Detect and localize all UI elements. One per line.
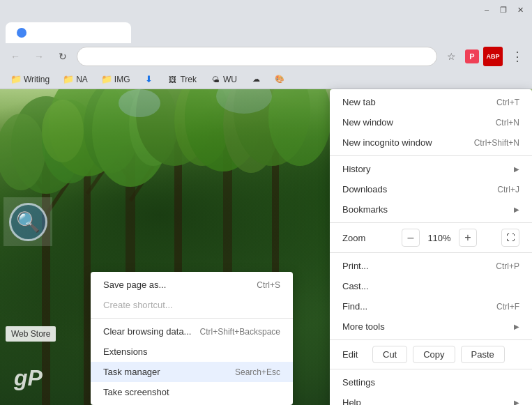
menu-new-tab-label: New tab [342,97,376,107]
active-tab[interactable] [6,22,131,43]
copy-button[interactable]: Copy [413,346,455,363]
menu-print[interactable]: Print... Ctrl+P [330,256,532,276]
svg-rect-0 [42,159,50,405]
left-separator-1 [91,318,293,319]
menu-bookmarks[interactable]: Bookmarks ▶ [330,199,532,220]
menu-save-page-label: Save page as... [103,280,166,290]
bookmark-writing-label: Writing [24,75,50,84]
menu-downloads-label: Downloads [342,184,387,194]
menu-cast-label: Cast... [342,281,369,291]
menu-new-window[interactable]: New window Ctrl+N [330,112,532,132]
menu-take-screenshot[interactable]: Take screenshot [91,382,293,402]
bookmark-wu-label: WU [223,75,237,84]
menu-task-manager[interactable]: Task manager Search+Esc [91,362,293,382]
menu-incognito[interactable]: New incognito window Ctrl+Shift+N [330,132,532,153]
title-bar: – ❐ ✕ [0,0,532,20]
toolbar-icons: ☆ P ABP ⋮ [441,47,526,66]
menu-find[interactable]: Find... Ctrl+F [330,296,532,316]
zoom-row: Zoom – 110% + ⛶ [330,226,532,250]
browser-chrome: – ❐ ✕ ← → ↻ ☆ P ABP ⋮ 📁 Writing 📁 [0,0,532,89]
zoom-controls: – 110% + [402,229,477,247]
menu-create-shortcut: Create shortcut... [91,295,293,315]
right-separator-4 [330,339,532,340]
menu-find-label: Find... [342,301,367,312]
menu-new-tab-shortcut: Ctrl+T [496,98,519,107]
folder-icon: 📁 [102,75,112,84]
menu-button[interactable]: ⋮ [507,47,526,66]
help-arrow-icon: ▶ [514,399,519,405]
web-store-label: Web Store [6,326,56,342]
paste-button[interactable]: Paste [461,346,505,363]
menu-downloads-shortcut: Ctrl+J [497,185,519,194]
menu-new-tab[interactable]: New tab Ctrl+T [330,92,532,112]
edit-label: Edit [342,349,367,360]
menu-save-page-shortcut: Ctrl+S [257,280,280,290]
menu-print-label: Print... [342,261,369,271]
menu-clear-browsing[interactable]: Clear browsing data... Ctrl+Shift+Backsp… [91,321,293,342]
pocket-button[interactable]: P [465,49,479,63]
zoom-in-button[interactable]: + [459,229,477,247]
url-input[interactable] [86,52,428,62]
address-bar[interactable] [77,47,437,66]
menu-help-label: Help [342,397,361,405]
zoom-out-button[interactable]: – [402,229,420,247]
menu-save-page[interactable]: Save page as... Ctrl+S [91,275,293,295]
search-overlay: 🔍 [3,197,52,246]
search-icon: 🔍 [16,211,40,234]
history-arrow-icon: ▶ [514,165,519,173]
menu-task-manager-label: Task manager [103,367,160,377]
bookmark-wu[interactable]: 🌤 WU [205,72,243,86]
bookmark-na[interactable]: 📁 NA [58,72,93,86]
minimize-button[interactable]: – [479,2,494,17]
menu-extensions-label: Extensions [103,346,148,357]
star-button[interactable]: ☆ [441,47,461,66]
menu-downloads[interactable]: Downloads Ctrl+J [330,179,532,199]
menu-history[interactable]: History ▶ [330,159,532,179]
bookmark-color[interactable]: 🎨 [269,72,290,86]
menu-history-label: History [342,164,370,174]
menu-clear-browsing-shortcut: Ctrl+Shift+Backspace [200,327,280,337]
menu-settings[interactable]: Settings [330,372,532,392]
menu-cast[interactable]: Cast... [330,276,532,296]
menu-task-manager-shortcut: Search+Esc [235,367,280,377]
menu-extensions[interactable]: Extensions [91,342,293,362]
restore-button[interactable]: ❐ [496,2,511,17]
chrome-main-menu: New tab Ctrl+T New window Ctrl+N New inc… [330,89,532,405]
bookmark-writing[interactable]: 📁 Writing [6,72,55,86]
menu-incognito-label: New incognito window [342,137,432,148]
cut-button[interactable]: Cut [372,346,407,363]
right-separator-2 [330,222,532,223]
photo-icon: 🖼 [167,75,177,84]
forward-button[interactable]: → [29,47,49,66]
zoom-label: Zoom [342,233,377,243]
bookmarks-bar: 📁 Writing 📁 NA 📁 IMG ⬇ 🖼 Trek 🌤 WU ☁ 🎨 [0,70,532,89]
menu-incognito-shortcut: Ctrl+Shift+N [474,138,519,148]
cloud-icon: ☁ [251,75,261,84]
menu-find-shortcut: Ctrl+F [496,302,519,312]
menu-print-shortcut: Ctrl+P [496,261,519,271]
color-icon: 🎨 [275,75,284,84]
close-button[interactable]: ✕ [512,2,528,17]
wu-icon: 🌤 [211,75,220,84]
bookmark-img[interactable]: 📁 IMG [96,72,136,86]
menu-help[interactable]: Help ▶ [330,392,532,405]
menu-new-window-label: New window [342,117,393,128]
back-button[interactable]: ← [6,47,25,66]
bookmarks-arrow-icon: ▶ [514,206,519,213]
menu-bookmarks-label: Bookmarks [342,204,388,215]
tab-bar [0,20,532,43]
right-separator-1 [330,155,532,156]
bookmark-cloud[interactable]: ☁ [245,72,266,86]
menu-new-window-shortcut: Ctrl+N [496,118,519,128]
fullscreen-button[interactable]: ⛶ [501,229,519,247]
menu-more-tools[interactable]: More tools ▶ [330,316,532,337]
bookmark-download[interactable]: ⬇ [138,72,159,86]
bookmark-trek[interactable]: 🖼 Trek [162,72,202,86]
right-separator-5 [330,369,532,369]
svg-point-16 [42,100,84,162]
bookmark-na-label: NA [76,75,88,84]
zoom-value: 110% [425,233,453,243]
reload-button[interactable]: ↻ [53,47,73,66]
more-tools-menu: Save page as... Ctrl+S Create shortcut..… [91,272,293,405]
extension-button[interactable]: ABP [483,47,503,66]
